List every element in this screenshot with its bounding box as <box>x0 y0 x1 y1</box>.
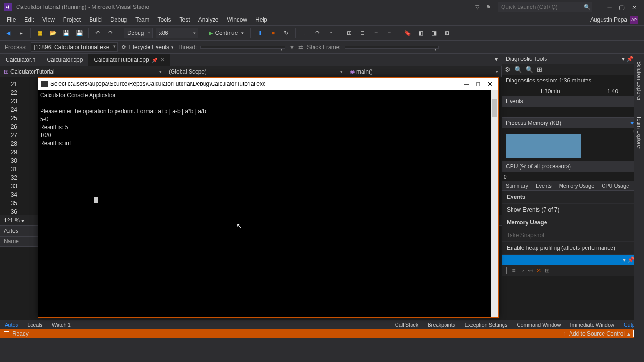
save-all-icon[interactable]: 💾 <box>74 28 84 38</box>
menu-analyze[interactable]: Analyze <box>195 15 223 25</box>
bookmark-icon[interactable]: 🔖 <box>402 28 413 38</box>
sidebar-solution-explorer[interactable]: Solution Explorer <box>636 58 643 104</box>
nav-scope[interactable]: (Global Scope) <box>165 66 346 77</box>
console-close[interactable]: ✕ <box>487 81 493 88</box>
search-icon[interactable]: 🔍 <box>582 4 592 10</box>
restart-icon[interactable]: ↻ <box>281 28 291 38</box>
reset-zoom-icon[interactable]: ⊞ <box>537 66 542 73</box>
nav-fwd-icon[interactable]: ▸ <box>16 28 26 38</box>
diag-take-snapshot[interactable]: Take Snapshot <box>502 229 644 242</box>
tab-autos[interactable]: Autos <box>0 321 23 329</box>
console-minimize[interactable]: ─ <box>464 81 469 88</box>
process-select[interactable]: [13896] CalculatorTutorial.exe <box>31 42 118 52</box>
toggle-icon[interactable]: ⇄ <box>298 44 303 50</box>
menu-edit[interactable]: Edit <box>20 15 38 25</box>
close-tab-icon[interactable]: ✕ <box>160 57 165 63</box>
tab-calculator-cpp[interactable]: Calculator.cpp <box>41 54 88 66</box>
platform-select[interactable]: x86 <box>156 28 198 38</box>
zoom-out-icon[interactable]: 🔍 <box>526 66 533 73</box>
menu-build[interactable]: Build <box>85 15 106 25</box>
undo-icon[interactable]: ↶ <box>92 28 103 38</box>
tab-watch1[interactable]: Watch 1 <box>47 321 75 329</box>
tab-callstack[interactable]: Call Stack <box>390 321 423 329</box>
tab-command[interactable]: Command Window <box>512 321 566 329</box>
gear-icon[interactable]: ⚙ <box>505 66 511 73</box>
console-window[interactable]: Select c:\users\aupopa\Source\Repos\Calc… <box>38 77 499 318</box>
dropdown-icon[interactable]: ▾ <box>622 56 625 62</box>
continue-button[interactable]: ▶Continue▾ <box>206 28 247 38</box>
diag-memory-header[interactable]: Process Memory (KB)▼● <box>502 118 644 128</box>
quick-launch-input[interactable] <box>498 4 582 10</box>
tab-breakpoints[interactable]: Breakpoints <box>423 321 460 329</box>
lifecycle-events[interactable]: ⟳Lifecycle Events▾ <box>122 44 173 50</box>
tabs-dropdown-icon[interactable]: ▾ <box>491 54 502 65</box>
publish-icon[interactable]: ↑ <box>563 330 566 337</box>
step-over-icon[interactable]: ↷ <box>313 28 323 38</box>
nav-project[interactable]: ⊞CalculatorTutorial <box>0 66 165 77</box>
zoom-in-icon[interactable]: 🔍 <box>514 66 522 73</box>
output-body[interactable] <box>502 276 644 320</box>
toolbar-icon[interactable]: ↤ <box>528 267 533 274</box>
menu-debug[interactable]: Debug <box>107 15 131 25</box>
diag-events-header[interactable]: Events <box>502 96 644 107</box>
notification-icon[interactable]: ▽ <box>475 4 479 10</box>
menu-window[interactable]: Window <box>223 15 251 25</box>
maximize-button[interactable]: ▢ <box>616 2 628 12</box>
diag-tab-memory[interactable]: Memory Usage <box>555 181 598 190</box>
menu-view[interactable]: View <box>39 15 58 25</box>
console-scrollbar[interactable] <box>491 90 498 317</box>
open-file-icon[interactable]: 📂 <box>48 28 58 38</box>
menu-project[interactable]: Project <box>59 15 84 25</box>
step-into-icon[interactable]: ↓ <box>299 28 310 38</box>
diag-timeline[interactable]: 1:30min1:40 <box>502 86 644 96</box>
tab-immediate[interactable]: Immediate Window <box>565 321 619 329</box>
thread-select[interactable] <box>200 46 285 49</box>
tab-exception[interactable]: Exception Settings <box>460 321 512 329</box>
break-all-icon[interactable]: ⏸ <box>255 28 265 38</box>
chevron-up-icon[interactable]: ▴ <box>627 330 630 337</box>
dropdown-icon[interactable]: ▾ <box>623 256 626 263</box>
stop-debug-icon[interactable]: ■ <box>268 28 278 38</box>
filter-icon[interactable]: ▼ <box>289 44 295 50</box>
nav-function[interactable]: ◉main() <box>346 66 502 77</box>
toolbar-icon[interactable]: ⊞ <box>442 28 452 38</box>
new-project-icon[interactable]: ▦ <box>34 28 45 38</box>
toolbar-icon[interactable]: ≡ <box>512 267 516 274</box>
tab-calculatortutorial-cpp[interactable]: CalculatorTutorial.cpp📌✕ <box>88 54 170 66</box>
toolbar-icon[interactable]: ≡ <box>371 28 381 38</box>
diag-tab-cpu[interactable]: CPU Usage <box>598 181 633 190</box>
autos-col-name[interactable]: Name <box>0 237 23 246</box>
zoom-select[interactable]: 121 % ▾ <box>0 217 28 224</box>
pin-icon[interactable]: 📌 <box>627 56 634 62</box>
toolbar-icon[interactable]: │ <box>505 267 509 274</box>
tab-locals[interactable]: Locals <box>23 321 47 329</box>
pin-icon[interactable]: 📌 <box>152 58 157 63</box>
nav-back-icon[interactable]: ◀ <box>3 28 13 38</box>
toolbar-icon[interactable]: ⊞ <box>545 267 550 274</box>
console-titlebar[interactable]: Select c:\users\aupopa\Source\Repos\Calc… <box>38 78 498 90</box>
console-maximize[interactable]: □ <box>476 81 480 88</box>
diag-tab-events[interactable]: Events <box>532 181 555 190</box>
toolbar-icon[interactable]: ↦ <box>520 267 524 274</box>
console-body[interactable]: Calculator Console Application Please en… <box>38 90 498 317</box>
sidebar-team-explorer[interactable]: Team Explorer <box>636 113 643 152</box>
menu-help[interactable]: Help <box>252 15 271 25</box>
menu-team[interactable]: Team <box>132 15 153 25</box>
toolbar-icon[interactable]: ◨ <box>429 28 439 38</box>
redo-icon[interactable]: ↷ <box>106 28 116 38</box>
save-icon[interactable]: 💾 <box>61 28 71 38</box>
diag-cpu-header[interactable]: CPU (% of all processors) <box>502 161 644 172</box>
toolbar-icon[interactable]: ⊞ <box>344 28 355 38</box>
toolbar-icon[interactable]: ≡ <box>384 28 394 38</box>
tab-calculator-h[interactable]: Calculator.h <box>0 54 41 66</box>
source-control[interactable]: Add to Source Control <box>569 330 625 337</box>
menu-test[interactable]: Test <box>176 15 194 25</box>
menu-file[interactable]: File <box>3 15 19 25</box>
feedback-icon[interactable]: ⚑ <box>486 4 491 10</box>
toolbar-icon[interactable]: ◧ <box>415 28 426 38</box>
close-button[interactable]: ✕ <box>628 2 640 12</box>
quick-launch[interactable]: 🔍 <box>498 2 592 12</box>
step-out-icon[interactable]: ↑ <box>326 28 336 38</box>
stackframe-select[interactable] <box>345 46 439 49</box>
diag-show-events[interactable]: Show Events (7 of 7) <box>502 204 644 216</box>
